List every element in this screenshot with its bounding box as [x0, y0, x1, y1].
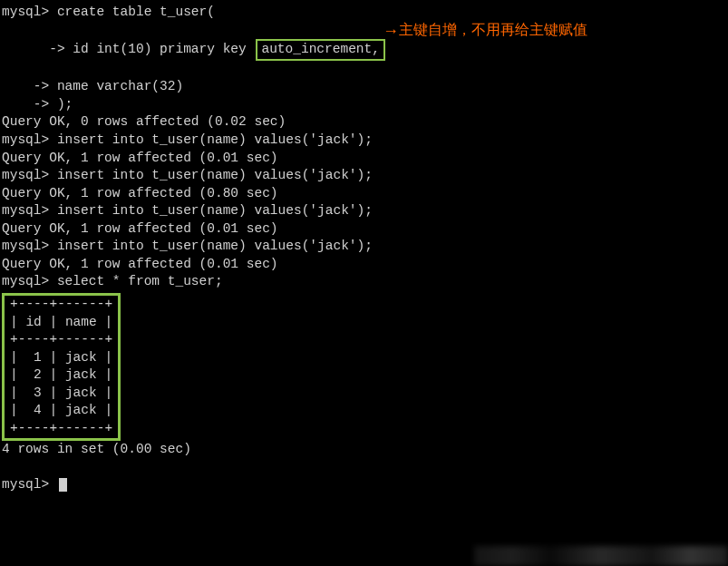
result-rows-count: 4 rows in set (0.00 sec): [2, 441, 726, 459]
sql-select: mysql> select * from t_user;: [2, 273, 726, 291]
annotation-primary-key: →主键自增，不用再给主键赋值: [383, 20, 587, 42]
mysql-prompt[interactable]: mysql>: [2, 476, 726, 494]
sql-insert-2: mysql> insert into t_user(name) values('…: [2, 167, 726, 185]
table-border-top: +----+------+: [5, 296, 118, 314]
result-insert-1: Query OK, 1 row affected (0.01 sec): [2, 150, 726, 168]
sql-insert-3: mysql> insert into t_user(name) values('…: [2, 202, 726, 220]
sql-insert-4: mysql> insert into t_user(name) values('…: [2, 238, 726, 256]
sql-line-id-col: -> id int(10) primary key auto_increment…: [2, 22, 726, 79]
table-border-bottom: +----+------+: [5, 420, 118, 438]
arrow-icon: →: [383, 20, 399, 42]
table-row: | 2 | jack |: [5, 366, 118, 385]
blank-line: [2, 458, 726, 476]
result-table-box: +----+------+ | id | name | +----+------…: [2, 293, 121, 441]
table-row: | 3 | jack |: [5, 385, 118, 403]
annotation-text: 主键自增，不用再给主键赋值: [399, 22, 587, 37]
result-insert-3: Query OK, 1 row affected (0.01 sec): [2, 220, 726, 239]
sql-line-create: mysql> create table t_user(: [2, 4, 726, 22]
table-row: | 4 | jack |: [5, 402, 118, 420]
highlight-auto-increment: auto_increment,: [256, 39, 385, 61]
sql-line-name-col: -> name varchar(32): [2, 78, 726, 96]
sql-insert-1: mysql> insert into t_user(name) values('…: [2, 132, 726, 150]
result-insert-4: Query OK, 1 row affected (0.01 sec): [2, 256, 726, 274]
sql-line-close: -> );: [2, 96, 726, 114]
watermark-blur: [474, 546, 728, 566]
cursor-icon: [59, 478, 67, 492]
result-insert-2: Query OK, 1 row affected (0.80 sec): [2, 185, 726, 203]
result-create: Query OK, 0 rows affected (0.02 sec): [2, 113, 726, 132]
table-row: | 1 | jack |: [5, 349, 118, 367]
table-border-mid: +----+------+: [5, 331, 118, 349]
table-header: | id | name |: [5, 314, 118, 332]
